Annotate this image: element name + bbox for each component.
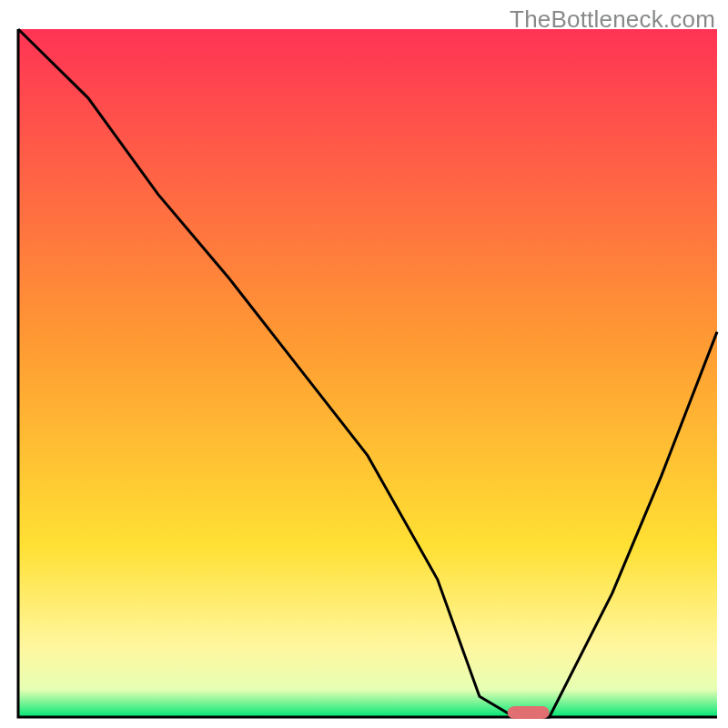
bottleneck-chart: [0, 0, 728, 728]
plot-area: [18, 29, 717, 717]
optimal-marker: [508, 706, 550, 719]
